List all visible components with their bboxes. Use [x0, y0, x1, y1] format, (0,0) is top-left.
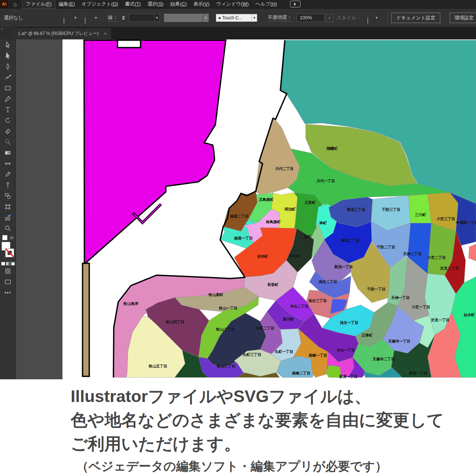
caption-line-4: （ベジェデータの編集ソフト・編集アプリが必要です）	[76, 458, 387, 475]
tab-bar: » 1.ai* @ 66.67 % (RGB/CPU プレビュー) ×	[0, 27, 476, 39]
fill-dropdown-icon[interactable]: ▼	[73, 14, 78, 22]
eraser-tool[interactable]	[0, 126, 15, 136]
paintbrush-tool[interactable]	[0, 93, 15, 104]
shape-builder-tool[interactable]	[0, 136, 15, 147]
rotate-tool[interactable]	[0, 115, 15, 126]
swap-fill-stroke-icon[interactable]: ⇄	[10, 235, 13, 240]
menu-item-5[interactable]: 選択(S)	[144, 0, 167, 8]
menu-item-6[interactable]: 効果(C)	[167, 0, 190, 8]
menu-item-9[interactable]: ヘルプ(H)	[252, 0, 280, 8]
more-tools-button[interactable]: •••	[0, 287, 15, 298]
color-mode-button[interactable]	[1, 262, 5, 266]
menu-item-4[interactable]: 書式(T)	[122, 0, 144, 8]
control-bar: 選択なし ▼ ▼ 線： ▼ ▼ ● Touch C...▼ 不透明度： 100%…	[0, 9, 476, 27]
tools-panel: ⇄ •••	[0, 39, 16, 379]
stroke-color-swatch[interactable]	[85, 17, 86, 24]
map-region-tan-sliver[interactable]	[83, 263, 89, 376]
map-region-sanroku[interactable]	[408, 194, 431, 223]
screen-mode-button[interactable]	[0, 276, 15, 287]
fill-color-swatch[interactable]	[64, 17, 64, 24]
menu-item-8[interactable]: ウィンドウ(W)	[213, 0, 252, 8]
none-mode-button[interactable]	[11, 262, 15, 266]
map-canvas[interactable]: 飛幡町川代一丁目川代二丁目北鳥旗町銀座二丁目銀座一丁目南鳥旗町明治町元宮町幸町旭…	[62, 39, 476, 379]
menu-bar: Ai ⌂ ファイル(F)編集(E)オブジェクト(O)書式(T)選択(S)効果(C…	[0, 0, 476, 9]
rectangle-tool[interactable]	[0, 83, 15, 93]
map-region-island-notch[interactable]	[118, 40, 141, 48]
menu-item-3[interactable]: オブジェクト(O)	[78, 0, 122, 8]
workspace: ⇄ •••	[0, 39, 476, 379]
map-region-magenta-island[interactable]	[84, 40, 226, 264]
fill-stroke-indicator	[0, 241, 15, 261]
opacity-expand-button[interactable]: ›	[326, 14, 333, 22]
gradient-tool[interactable]	[0, 147, 15, 158]
zoom-tool[interactable]	[0, 223, 15, 234]
style-label: スタイル：	[337, 15, 361, 21]
separator	[387, 12, 388, 23]
eyedropper-tool[interactable]	[0, 169, 15, 180]
type-tool[interactable]	[0, 104, 15, 115]
stroke-weight-label[interactable]: 線：	[108, 14, 118, 22]
graph-tool[interactable]	[0, 212, 15, 223]
app-icon[interactable]: Ai	[0, 0, 8, 8]
document-tab[interactable]: 1.ai* @ 66.67 % (RGB/CPU プレビュー) ×	[13, 28, 111, 39]
preferences-button[interactable]: 環境設定	[450, 13, 476, 23]
stroke-weight-stepper[interactable]	[122, 16, 125, 20]
selection-status: 選択なし	[4, 15, 23, 21]
direct-selection-tool[interactable]	[0, 50, 15, 61]
caption-line-2: 色や地名などのさまざまな要素を自由に変更して	[71, 409, 444, 431]
map-region-coral-east-sliver[interactable]	[469, 244, 476, 261]
menu-item-2[interactable]: 編集(E)	[55, 0, 78, 8]
puppet-warp-tool[interactable]	[0, 180, 15, 190]
caption-line-3: ご利用いただけます。	[71, 433, 241, 455]
caption-line-1: IllustratorファイルやSVGファイルは、	[71, 385, 371, 408]
menu-item-1[interactable]: ファイル(F)	[22, 0, 55, 9]
home-icon[interactable]: ⌂	[13, 1, 17, 7]
map-region-green-south[interactable]	[326, 365, 341, 377]
document-tab-title: 1.ai* @ 66.67 % (RGB/CPU プレビュー)	[18, 30, 99, 37]
paint-mode-buttons	[1, 262, 15, 266]
width-tool[interactable]	[0, 158, 15, 169]
menu-item-7[interactable]: 表示(V)	[190, 0, 213, 8]
stroke-dropdown-icon[interactable]: ▼	[93, 14, 99, 22]
opacity-label[interactable]: 不透明度：	[268, 14, 292, 22]
artboard-tool[interactable]	[0, 201, 15, 212]
draw-mode-button[interactable]	[0, 266, 15, 276]
caption-area: IllustratorファイルやSVGファイルは、 色や地名などのさまざまな要素…	[0, 379, 476, 476]
stroke-weight-combo[interactable]: ▼	[129, 14, 160, 22]
pen-tool[interactable]	[0, 61, 15, 72]
document-setup-button[interactable]: ドキュメント設定	[391, 13, 440, 23]
artboard: 飛幡町川代一丁目川代二丁目北鳥旗町銀座二丁目銀座一丁目南鳥旗町明治町元宮町幸町旭…	[62, 39, 476, 379]
panel-collapse-stub[interactable]: »	[0, 27, 14, 39]
illustrator-window: Ai ⌂ ファイル(F)編集(E)オブジェクト(O)書式(T)選択(S)効果(C…	[0, 0, 476, 476]
gradient-mode-button[interactable]	[6, 262, 10, 266]
default-fill-stroke-icon[interactable]	[2, 235, 7, 240]
touch-workspace-icon[interactable]	[290, 1, 300, 7]
style-dropdown-icon[interactable]: ▼	[374, 14, 379, 22]
opacity-input[interactable]: 100%	[296, 14, 325, 22]
tab-close-icon[interactable]: ×	[104, 31, 107, 36]
curvature-tool[interactable]	[0, 72, 15, 83]
touch-type-combo[interactable]: ● Touch C...▼	[216, 14, 257, 22]
brush-definition-combo[interactable]: ▼	[164, 14, 209, 22]
stroke-swatch[interactable]	[5, 248, 14, 257]
style-swatch[interactable]	[367, 17, 368, 24]
pasteboard	[16, 39, 62, 379]
selection-tool[interactable]	[0, 39, 15, 50]
shape-tools[interactable]	[0, 190, 15, 201]
